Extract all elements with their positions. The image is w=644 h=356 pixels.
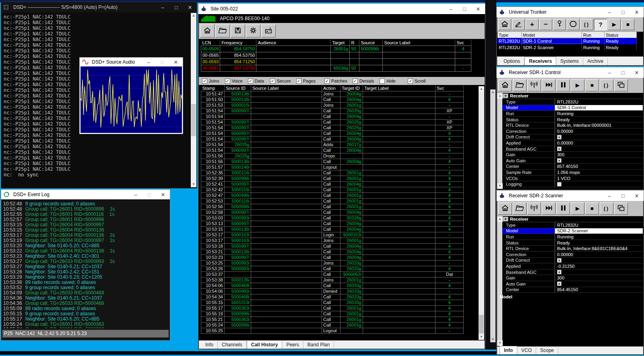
filter-voice[interactable]: Voice <box>225 79 243 84</box>
filter-joins[interactable]: Joins <box>202 79 219 84</box>
call-history-row[interactable]: 10:51:545000997iCall26025gXP <box>201 108 464 114</box>
call-history-row[interactable]: 10:52:535000116iCall26001g4 <box>201 198 464 204</box>
call-history-row[interactable]: 10:54:065000468iCall26033g4 <box>201 283 464 288</box>
sdr1-titlebar[interactable]: Receiver SDR-1 Control – □ ✕ <box>497 67 644 78</box>
toolbar-button-home[interactable] <box>498 203 512 215</box>
scroll-down-icon[interactable]: ▼ <box>490 337 495 342</box>
call-history-row[interactable]: 10:51:545000997iCall26004g4 <box>201 147 464 153</box>
property-value[interactable]: RTL2832U <box>555 99 643 105</box>
scrollbar-thumb[interactable] <box>191 104 196 136</box>
filter-scroll[interactable]: Scroll <box>408 79 426 84</box>
toolbar-button-vco-parens[interactable]: () <box>600 203 613 215</box>
property-value[interactable] <box>555 146 643 152</box>
toolbar-button-skip-forward[interactable] <box>542 203 555 215</box>
tab-info[interactable]: Info <box>201 341 218 349</box>
toolbar-button-circle[interactable] <box>567 19 580 30</box>
minimize-button[interactable]: – <box>603 190 616 201</box>
minimize-button[interactable]: – <box>129 190 142 199</box>
maximize-button[interactable]: □ <box>169 2 183 12</box>
scroll-down-icon[interactable]: ▼ <box>497 183 503 189</box>
checkbox-patches[interactable] <box>324 79 330 84</box>
toolbar-button-vco-parens[interactable]: () <box>580 19 593 30</box>
toolbar-button-cascade-windows[interactable] <box>614 203 628 215</box>
receiver-row[interactable]: RTL2832USDR-2 ScannerRunningReady <box>497 44 637 51</box>
checkbox-pages[interactable] <box>296 79 301 84</box>
call-history-row[interactable]: 10:51:505000136iCall26004g4 <box>201 97 464 102</box>
call-history-row[interactable]: 10:54:065000993iDenied26033g- <box>201 288 464 294</box>
call-history-row[interactable]: 10:55:245000996iCall26001g4 <box>201 322 464 328</box>
scroll-down-icon[interactable]: ▼ <box>497 340 503 346</box>
lcn-row[interactable]: 00-0509854.1875026001g505000996i4 <box>201 46 471 52</box>
property-checkbox[interactable] <box>557 270 561 274</box>
toolbar-button-home[interactable] <box>200 25 215 37</box>
filter-secure[interactable]: Secure <box>270 79 291 84</box>
call-history-row[interactable]: 10:55:175000363iCall26001g4 <box>201 305 464 311</box>
property-value[interactable]: Running <box>555 111 643 116</box>
minimize-button[interactable]: – <box>444 4 458 14</box>
call-history-row[interactable]: 10:54:345000468iCall26033g4 <box>201 294 464 300</box>
property-value[interactable]: Ready <box>555 240 643 246</box>
property-value[interactable] <box>555 135 643 140</box>
property-value[interactable]: Bulk-In, Interface:8&E81C1BE&0&4 <box>555 246 643 251</box>
call-history-row[interactable]: 10:53:215000136iCall26004g4 <box>201 249 464 255</box>
toolbar-button-save[interactable] <box>231 25 245 37</box>
property-checkbox[interactable] <box>557 135 561 139</box>
scrollbar-thumb[interactable] <box>479 315 484 333</box>
scroll-up-icon[interactable]: ▲ <box>497 216 503 222</box>
call-history-row[interactable]: 10:55:215000363iCall26001g4 <box>201 317 464 322</box>
property-value[interactable]: Ready <box>555 117 643 122</box>
property-value[interactable]: Bulk-In, Interface:00000001 <box>555 122 643 128</box>
scroll-up-icon[interactable]: ▲ <box>497 93 503 99</box>
tab-info[interactable]: Info <box>500 346 517 354</box>
close-button[interactable]: ✕ <box>630 7 644 17</box>
dsd-console-titlebar[interactable]: DSD+ -------------------- S/S=4800 (Auto… <box>1 2 197 12</box>
close-button[interactable]: ✕ <box>156 190 170 199</box>
scroll-down-icon[interactable]: ▼ <box>191 182 196 187</box>
call-history-row[interactable]: 10:51:545000997iCall26004g4 <box>201 136 464 142</box>
property-value[interactable]: Running <box>555 234 643 240</box>
property-value[interactable] <box>555 269 643 275</box>
call-history-row[interactable]: 10:53:235000997iCall26004g4 <box>201 255 464 260</box>
universal-trunker-titlebar[interactable]: Universal Trunker – □ ✕ <box>497 7 644 17</box>
minimize-button[interactable]: – <box>603 7 616 17</box>
chevron-down-icon[interactable]: ▼ <box>503 93 508 98</box>
toolbar-button-play[interactable]: ▶ <box>571 203 584 215</box>
minimize-button[interactable]: – <box>142 58 155 66</box>
call-history-row[interactable]: 10:52:395000996iCall26001g4 <box>201 176 464 181</box>
maximize-button[interactable]: □ <box>616 67 630 78</box>
tab-call-history[interactable]: Call History <box>247 340 283 349</box>
call-history-row[interactable]: 10:53:265000993iCall26033g4 <box>201 266 464 271</box>
toolbar-button-play[interactable]: ▶ <box>571 79 584 91</box>
tab-band-plan[interactable]: Band Plan <box>303 341 334 349</box>
toolbar-button-add[interactable]: + <box>526 19 539 30</box>
filter-patches[interactable]: Patches <box>324 79 347 84</box>
property-value[interactable]: -0.31250 <box>555 263 643 269</box>
tab-vco[interactable]: VCO <box>517 347 536 354</box>
scroll-up-icon[interactable]: ▲ <box>191 13 196 19</box>
maximize-button[interactable]: □ <box>616 7 630 17</box>
scroll-down-icon[interactable]: ▼ <box>479 334 484 340</box>
section-header[interactable]: ▼Receiver <box>503 93 643 99</box>
checkbox-secure[interactable] <box>270 79 275 84</box>
property-value[interactable]: 1.056 msps <box>555 170 643 175</box>
call-history-row[interactable]: 10:53:175000163iJoins26001g- <box>201 238 464 243</box>
call-history-row[interactable]: 10:53:035000993iCall30328g4 <box>201 215 464 221</box>
call-history-row[interactable]: 10:51:5626025gDrops- <box>201 153 464 159</box>
filter-pages[interactable]: Pages <box>296 79 316 84</box>
scroll-up-icon[interactable]: ▲ <box>479 86 484 92</box>
call-history-row[interactable]: 10:53:385000136iJoins26001g- <box>201 277 464 283</box>
checkbox-hide[interactable] <box>380 79 385 84</box>
call-history-row[interactable]: 10:53:37Call5000052iDat <box>201 271 464 277</box>
call-history-row[interactable]: 10:52:585000997iCall26004g4 <box>201 209 464 215</box>
maximize-button[interactable]: □ <box>142 190 156 199</box>
property-checkbox[interactable] <box>557 158 561 163</box>
filter-data[interactable]: Data <box>248 79 264 84</box>
property-value[interactable]: 300 <box>555 275 643 281</box>
event-log-titlebar[interactable]: DSD+ Event Log – □ ✕ <box>1 190 170 199</box>
sdr2-left-scrollbar[interactable]: ▲ ▼ <box>497 216 502 346</box>
toolbar-button-home[interactable] <box>498 19 511 30</box>
toolbar-button-gear[interactable] <box>246 25 260 37</box>
close-button[interactable]: ✕ <box>471 4 485 14</box>
console-scrollbar[interactable]: ▲ ▼ <box>191 13 196 187</box>
tab-receivers[interactable]: Receivers <box>524 57 556 65</box>
